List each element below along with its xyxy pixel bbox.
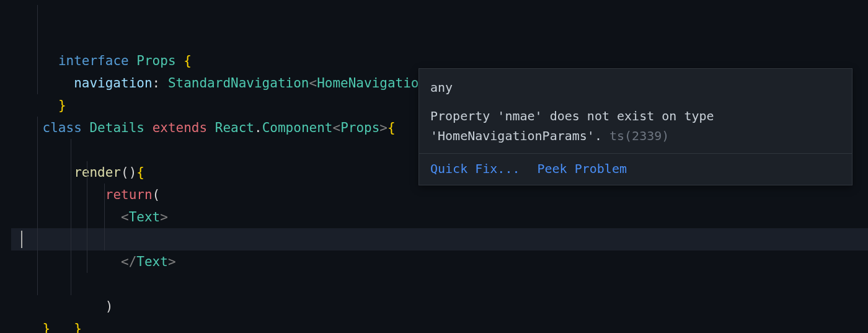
- hover-body: any Property 'nmae' does not exist on ty…: [419, 69, 852, 153]
- error-code: ts(2339): [609, 128, 669, 143]
- current-line[interactable]: [11, 228, 868, 251]
- hover-error-message: Property 'nmae' does not exist on type '…: [430, 106, 841, 146]
- code-line[interactable]: {this.props.navigation.state.params.nmae…: [11, 184, 868, 206]
- code-line[interactable]: </Text>: [11, 206, 868, 228]
- hover-diagnostic-popup: any Property 'nmae' does not exist on ty…: [418, 68, 852, 185]
- code-line[interactable]: ): [11, 251, 868, 273]
- quick-fix-action[interactable]: Quick Fix...: [430, 159, 520, 179]
- code-line[interactable]: navigation: StandardNavigation<HomeNavig…: [11, 27, 868, 50]
- code-line[interactable]: }: [11, 295, 868, 317]
- hover-type-info: any: [430, 78, 841, 97]
- text-cursor: [21, 231, 22, 248]
- code-line[interactable]: interface Props {: [11, 5, 868, 27]
- peek-problem-action[interactable]: Peek Problem: [538, 159, 627, 179]
- hover-actions: Quick Fix... Peek Problem: [419, 153, 852, 185]
- code-line[interactable]: }: [11, 273, 868, 295]
